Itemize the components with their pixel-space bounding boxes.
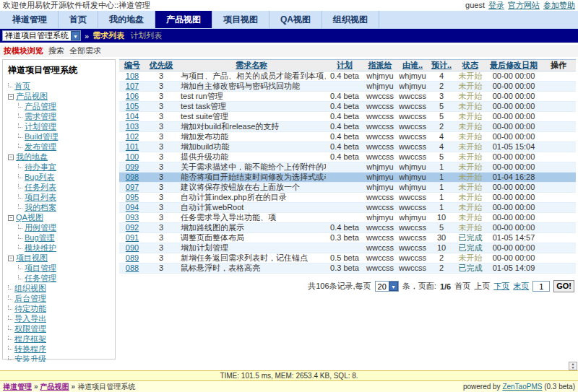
sidebar-link[interactable]: 任务列表 bbox=[25, 183, 56, 191]
story-id-link[interactable]: 108 bbox=[126, 71, 139, 80]
sidebar-link[interactable]: 项目管理 bbox=[25, 263, 56, 272]
collapse-icon[interactable]: − bbox=[8, 215, 14, 221]
story-id-link[interactable]: 107 bbox=[126, 82, 139, 90]
sidebar-link[interactable]: 用例管理 bbox=[25, 223, 56, 232]
sidebar-link[interactable]: 组织视图 bbox=[14, 284, 46, 292]
sidebar-item[interactable]: 组织视图 bbox=[8, 283, 111, 293]
sidebar-link[interactable]: 需求管理 bbox=[25, 112, 56, 121]
table-row[interactable]: 0893新增任务返回需求列表时，记住锚点0.5 betawwccsswwccss… bbox=[119, 253, 576, 263]
table-row[interactable]: 1043test suite管理0.4 betawwccsswwccss5未开始… bbox=[119, 112, 576, 122]
table-row[interactable]: 0993关于需求描述中，能不能给个上传附件的功能whjmyuwhjmyu1未开始… bbox=[119, 162, 576, 173]
chevron-down-icon[interactable]: ▼ bbox=[71, 31, 80, 40]
story-id-link[interactable]: 104 bbox=[126, 112, 139, 121]
story-id-link[interactable]: 105 bbox=[126, 102, 139, 110]
story-id-link[interactable]: 094 bbox=[126, 203, 139, 212]
chevron-down-icon[interactable]: ▼ bbox=[389, 282, 398, 291]
main-nav-tab[interactable]: 首页 bbox=[59, 11, 98, 28]
sidebar-item[interactable]: −我的地盘 bbox=[8, 152, 111, 162]
sidebar-link[interactable]: 任务管理 bbox=[25, 274, 56, 282]
story-id-link[interactable]: 091 bbox=[126, 233, 139, 242]
sidebar-link[interactable]: 导入导出 bbox=[14, 314, 46, 323]
sidebar-item[interactable]: 转换程序 bbox=[8, 344, 111, 354]
sidebar-link[interactable]: 产品管理 bbox=[25, 102, 56, 110]
story-id-link[interactable]: 101 bbox=[126, 142, 139, 151]
sidebar-link[interactable]: Bug管理 bbox=[25, 233, 55, 242]
sidebar-item[interactable]: 需求管理 bbox=[8, 111, 111, 121]
sidebar-item[interactable]: Bug列表 bbox=[8, 172, 111, 182]
main-nav-tab[interactable]: QA视图 bbox=[269, 11, 322, 28]
story-id-link[interactable]: 095 bbox=[126, 193, 139, 201]
sidebar-item[interactable]: 程序框架 bbox=[8, 334, 111, 344]
story-id-link[interactable]: 097 bbox=[126, 183, 139, 191]
main-nav-tab[interactable]: 我的地盘 bbox=[98, 11, 155, 28]
sidebar-link[interactable]: 首页 bbox=[14, 82, 30, 90]
sidebar-item[interactable]: 待定功能 bbox=[8, 303, 111, 313]
sidebar-item[interactable]: Bug管理 bbox=[8, 232, 111, 243]
table-row[interactable]: 1013增加build功能0.4 betawwccsswwccss4未开始01-… bbox=[119, 142, 576, 152]
collapse-icon[interactable]: − bbox=[8, 154, 14, 160]
table-row[interactable]: 1063test run管理0.4 betawwccsswwccss3未开始00… bbox=[119, 92, 576, 102]
story-id-link[interactable]: 092 bbox=[126, 223, 139, 232]
table-row[interactable]: 0953自动计算index.php所在的目录wwccsswwccss1未开始00… bbox=[119, 193, 576, 203]
column-sort-link[interactable]: 编号 bbox=[124, 61, 140, 69]
table-row[interactable]: 1033增加对build和release的支持0.4 betawwccsswwc… bbox=[119, 122, 576, 132]
sidebar-link[interactable]: 我的档案 bbox=[25, 203, 56, 212]
sidebar-item[interactable]: 待办事宜 bbox=[8, 162, 111, 172]
header-link[interactable]: 参加赞助 bbox=[543, 1, 575, 9]
last-page-button[interactable]: 末页 bbox=[513, 281, 529, 292]
table-row[interactable]: 1053test task管理0.4 betawwccsswwccss5未开始0… bbox=[119, 102, 576, 112]
main-nav-tab[interactable]: 项目视图 bbox=[212, 11, 269, 28]
go-button[interactable]: GO! bbox=[553, 280, 574, 292]
table-row[interactable]: 0923增加路线图的展示0.4 betawwccsswwccss5未开始00-0… bbox=[119, 223, 576, 233]
sidebar-link[interactable]: 后台管理 bbox=[14, 294, 46, 302]
table-row[interactable]: 0943自动计算webRootwwccsswwccss1未开始00-00 00:… bbox=[119, 203, 576, 213]
feature-tab[interactable]: 搜索 bbox=[48, 46, 64, 55]
column-sort-link[interactable]: 预计.. bbox=[431, 61, 452, 69]
sidebar-link[interactable]: 我的地盘 bbox=[16, 152, 48, 161]
collapse-icon[interactable]: − bbox=[8, 256, 14, 261]
per-page-select[interactable]: 20▼ bbox=[375, 281, 399, 292]
footer-crumb-link[interactable]: 禅道管理 bbox=[3, 383, 32, 391]
table-row[interactable]: 0933任务需求导入导出功能、项whjmyuwhjmyu10未开始00-00 0… bbox=[119, 213, 576, 223]
product-select[interactable]: 禅道项目管理系统 ▼ bbox=[2, 30, 81, 41]
sidebar-link[interactable]: QA视图 bbox=[16, 213, 43, 222]
page-number-input[interactable] bbox=[532, 281, 550, 292]
sidebar-item[interactable]: 用例管理 bbox=[8, 222, 111, 232]
story-id-link[interactable]: 090 bbox=[126, 243, 139, 252]
column-sort-link[interactable]: 优先级 bbox=[150, 61, 173, 69]
feature-tab[interactable]: 全部需求 bbox=[69, 46, 101, 55]
table-row[interactable]: 0883鼠标悬浮时，表格高亮0.3 betawwccsswwccss2已完成01… bbox=[119, 263, 576, 274]
table-row[interactable]: 1023增加发布功能0.4 betawwccsswwccss4未开始00-00 … bbox=[119, 132, 576, 142]
table-row[interactable]: 1003提供升级功能0.4 betawwccsswwccss5未开始00-00 … bbox=[119, 152, 576, 162]
table-row[interactable]: 0983能否将项目开始结束时间修改为选择式或者给个示范whjmyuwhjmyu1… bbox=[119, 173, 576, 183]
sidebar-link[interactable]: 待办事宜 bbox=[25, 162, 56, 171]
story-id-link[interactable]: 106 bbox=[126, 92, 139, 100]
header-link[interactable]: 官方网站 bbox=[508, 1, 540, 9]
story-id-link[interactable]: 100 bbox=[126, 152, 139, 161]
main-nav-tab[interactable]: 禅道管理 bbox=[1, 11, 59, 28]
subnav-link[interactable]: 计划列表 bbox=[130, 31, 162, 40]
sidebar-item[interactable]: 我的档案 bbox=[8, 202, 111, 212]
sidebar-link[interactable]: Bug列表 bbox=[25, 173, 55, 181]
sidebar-item[interactable]: 任务管理 bbox=[8, 273, 111, 283]
sidebar-link[interactable]: 模块维护 bbox=[25, 243, 56, 252]
sidebar-item[interactable]: 模块维护 bbox=[8, 243, 111, 253]
sidebar-link[interactable]: 发布管理 bbox=[25, 142, 56, 151]
header-link[interactable]: 登录 bbox=[488, 1, 504, 9]
feature-tab[interactable]: 按模块浏览 bbox=[4, 46, 43, 55]
subnav-link[interactable]: 需求列表 bbox=[92, 31, 124, 40]
story-id-link[interactable]: 089 bbox=[126, 253, 139, 262]
sidebar-link[interactable]: Build管理 bbox=[25, 132, 58, 141]
main-nav-tab[interactable]: 组织视图 bbox=[322, 11, 379, 28]
sidebar-link[interactable]: 程序框架 bbox=[14, 334, 46, 343]
sidebar-item[interactable]: Build管理 bbox=[8, 131, 111, 141]
column-sort-link[interactable]: 计划 bbox=[337, 61, 353, 69]
sidebar-item[interactable]: 导入导出 bbox=[8, 313, 111, 323]
column-sort-link[interactable]: 由谁.. bbox=[402, 61, 423, 69]
story-id-link[interactable]: 088 bbox=[126, 263, 139, 272]
story-id-link[interactable]: 098 bbox=[126, 173, 139, 181]
sidebar-item[interactable]: 发布管理 bbox=[8, 141, 111, 152]
sidebar-link[interactable]: 项目视图 bbox=[16, 253, 48, 262]
collapse-icon[interactable]: − bbox=[8, 94, 14, 100]
table-row[interactable]: 0913调整页面整体布局0.3 betawwccsswwccss30已完成01-… bbox=[119, 233, 576, 243]
